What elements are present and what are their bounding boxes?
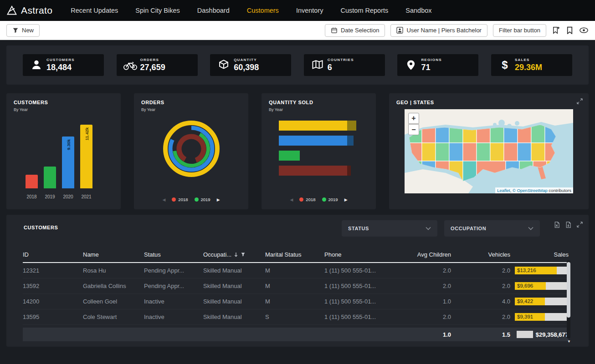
date-selection-button[interactable]: Date Selection — [325, 24, 385, 37]
zoom-in-button[interactable]: + — [408, 113, 419, 124]
cell-sales: $9,391 — [510, 313, 569, 321]
kpi-value: 60,398 — [234, 63, 259, 72]
col-header-name[interactable]: Name — [83, 251, 144, 258]
bar-2020[interactable]: 9.30k — [62, 136, 74, 188]
column-filter-icon[interactable] — [241, 252, 246, 257]
total-sales-value: $29,358,677 — [536, 331, 569, 338]
expand-icon[interactable] — [576, 221, 583, 228]
col-header-phone[interactable]: Phone — [324, 251, 387, 258]
export-doc-icon[interactable] — [565, 221, 572, 228]
eye-icon[interactable] — [579, 26, 589, 34]
legend-prev-icon[interactable]: ◀ — [162, 197, 165, 202]
cell-id: 13595 — [23, 313, 83, 320]
card-title: QUANTITY SOLD — [269, 100, 369, 105]
bookmark-add-icon[interactable] — [552, 26, 560, 35]
status-filter-dropdown[interactable]: STATUS — [342, 220, 437, 237]
col-header-sales[interactable]: Sales — [510, 251, 569, 258]
legend-next-icon[interactable]: ▶ — [344, 197, 348, 202]
customers-table: ID Name Status Occupati... Marital Statu… — [23, 248, 569, 341]
sales-value: $9,696 — [517, 282, 533, 290]
kpi-regions[interactable]: REGIONS 71 — [397, 54, 478, 76]
legend-prev-icon[interactable]: ◀ — [290, 197, 293, 202]
card-title: CUSTOMERS — [14, 100, 113, 105]
filter-bar-right: Date Selection User Name | Piers Batchel… — [325, 24, 589, 37]
filter-bar-button-label: Filter bar button — [499, 27, 540, 34]
cell-sales: $13,216 — [510, 267, 569, 274]
hbar-1[interactable] — [279, 121, 356, 131]
zoom-out-button[interactable]: − — [408, 124, 419, 135]
export-excel-icon[interactable] — [554, 221, 560, 228]
nav-item-dashboard[interactable]: Dashboard — [197, 7, 230, 14]
legend-dot-red — [299, 197, 303, 202]
legend-item-2018[interactable]: 2018 — [299, 197, 315, 202]
bicycle-icon — [120, 60, 140, 71]
cell-avg-children: 2.0 — [387, 283, 451, 289]
donut-chart[interactable] — [157, 115, 226, 183]
nav-item-custom-reports[interactable]: Custom Reports — [341, 7, 389, 14]
hbar-3[interactable] — [279, 151, 300, 161]
scrollbar-thumb[interactable] — [567, 262, 570, 318]
bar-value-label: 11.42k — [84, 127, 89, 141]
kpi-countries[interactable]: COUNTRIES 6 — [304, 54, 385, 76]
table-scrollbar[interactable] — [567, 260, 570, 339]
dollar-icon: $ — [495, 59, 515, 71]
chevron-down-icon — [528, 227, 533, 230]
leaflet-link[interactable]: Leaflet — [497, 188, 510, 193]
nav-item-sandbox[interactable]: Sandbox — [405, 7, 431, 14]
cell-name: Gabriella Collins — [83, 283, 144, 289]
bar-2021[interactable]: 11.42k — [80, 125, 92, 188]
bookmark-icon[interactable] — [566, 26, 574, 34]
legend-next-icon[interactable]: ▶ — [217, 197, 220, 202]
brand[interactable]: Astrato — [6, 5, 52, 16]
table-row[interactable]: 14200 Colleen Goel Inactive Skilled Manu… — [23, 294, 569, 309]
nav-item-spin-city-bikes[interactable]: Spin City Bikes — [135, 7, 180, 14]
col-header-vehicles[interactable]: Vehicles — [451, 251, 510, 258]
nav-item-inventory[interactable]: Inventory — [296, 7, 323, 14]
top-nav: Astrato Recent Updates Spin City Bikes D… — [0, 0, 595, 21]
card-orders-by-year: ORDERS By Year ◀ 2018 2019 ▶ — [134, 93, 248, 209]
card-quantity-sold: QUANTITY SOLD By Year ◀ 2018 2019 ▶ — [262, 93, 376, 209]
table-actions — [554, 221, 583, 228]
col-header-status[interactable]: Status — [144, 251, 203, 258]
legend-item-2019[interactable]: 2019 — [322, 197, 338, 202]
x-tick: 2018 — [26, 194, 38, 199]
table-row[interactable]: 12321 Rosa Hu Pending Appr... Skilled Ma… — [23, 263, 569, 278]
kpi-customers[interactable]: CUSTOMERS 18,484 — [23, 54, 104, 76]
legend-item-2018[interactable]: 2018 — [172, 197, 188, 202]
user-button[interactable]: User Name | Piers Batchelor — [390, 24, 487, 37]
cell-avg-children: 1.0 — [387, 298, 451, 305]
kpi-quantity[interactable]: QUANTITY 60,398 — [210, 54, 291, 76]
expand-icon[interactable] — [576, 98, 583, 106]
osm-link[interactable]: © OpenStreetMap — [513, 188, 548, 193]
x-axis-labels: 2018 2019 2020 2021 — [14, 194, 92, 199]
total-sales-cell: $29,358,677 — [510, 331, 569, 338]
table-row[interactable]: 13595 Cole Stewart Inactive Skilled Manu… — [23, 309, 569, 325]
kpi-label: COUNTRIES — [328, 58, 354, 62]
filter-bar-button[interactable]: Filter bar button — [493, 24, 546, 37]
col-header-occupation[interactable]: Occupati... — [203, 251, 265, 258]
col-header-avg-children[interactable]: Avg Children — [387, 251, 451, 258]
new-filter-button[interactable]: New — [6, 24, 40, 37]
kpi-sales[interactable]: $ SALES 29.36M — [491, 54, 572, 76]
hbar-4[interactable] — [279, 166, 351, 176]
legend-label: 2018 — [178, 197, 188, 202]
cell-vehicles: 2.0 — [451, 283, 510, 289]
bar-2018[interactable] — [26, 175, 38, 188]
occupation-filter-dropdown[interactable]: OCCUPATION — [444, 220, 540, 237]
scroll-down-icon[interactable]: ▼ — [567, 339, 571, 344]
nav-item-customers[interactable]: Customers — [247, 7, 279, 14]
kpi-value: 18,484 — [46, 63, 75, 72]
sort-desc-icon[interactable] — [234, 252, 238, 257]
legend-item-2019[interactable]: 2019 — [195, 197, 210, 202]
kpi-orders[interactable]: ORDERS 27,659 — [117, 54, 198, 76]
bar-2019[interactable] — [44, 167, 56, 188]
col-header-marital-status[interactable]: Marital Status — [265, 251, 324, 258]
map[interactable]: + − Leaflet, © OpenStreetMap contributor… — [405, 109, 573, 193]
col-header-id[interactable]: ID — [23, 251, 83, 258]
box-icon — [214, 59, 234, 71]
table-row[interactable]: 13592 Gabriella Collins Pending Appr... … — [23, 278, 569, 294]
table-header-row: ID Name Status Occupati... Marital Statu… — [23, 248, 569, 260]
kpi-band: CUSTOMERS 18,484 ORDERS 27,659 QUANTITY … — [6, 46, 589, 85]
nav-item-recent-updates[interactable]: Recent Updates — [71, 7, 118, 14]
hbar-2[interactable] — [279, 136, 354, 146]
